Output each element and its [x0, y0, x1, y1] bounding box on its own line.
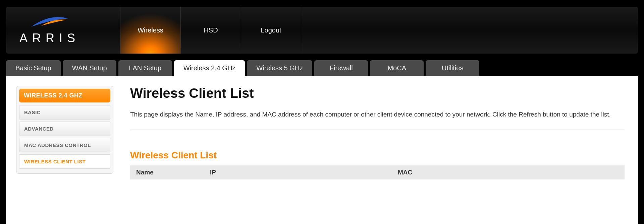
brand-logo: ARRIS	[19, 15, 80, 45]
sidebar-item-wireless-client-list[interactable]: WIRELESS CLIENT LIST	[19, 154, 110, 169]
tab-wan-setup[interactable]: WAN Setup	[63, 60, 116, 76]
sidebar-box: WIRELESS 2.4 GHZ BASIC ADVANCED MAC ADDR…	[16, 86, 113, 174]
main-panel: Wireless Client List This page displays …	[120, 82, 638, 224]
col-mac: MAC	[392, 165, 625, 179]
col-name: Name	[130, 165, 204, 179]
sidebar-item-advanced[interactable]: ADVANCED	[19, 122, 110, 136]
sidebar-item-mac-address-control[interactable]: MAC ADDRESS CONTROL	[19, 138, 110, 152]
sidebar: WIRELESS 2.4 GHZ BASIC ADVANCED MAC ADDR…	[6, 82, 120, 224]
page-title: Wireless Client List	[130, 86, 625, 101]
sidebar-header: WIRELESS 2.4 GHZ	[19, 89, 110, 102]
topnav-hsd[interactable]: HSD	[180, 7, 241, 54]
tab-lan-setup[interactable]: LAN Setup	[118, 60, 172, 76]
section-title: Wireless Client List	[130, 150, 625, 161]
tab-utilities[interactable]: Utilities	[426, 60, 479, 76]
page-description: This page displays the Name, IP address,…	[130, 109, 625, 130]
brand-name: ARRIS	[19, 31, 80, 45]
client-table: Name IP MAC	[130, 165, 625, 179]
content: WIRELESS 2.4 GHZ BASIC ADVANCED MAC ADDR…	[6, 76, 638, 224]
topnav-logout[interactable]: Logout	[241, 7, 301, 54]
topnav-wireless[interactable]: Wireless	[120, 7, 180, 54]
top-nav: Wireless HSD Logout	[120, 7, 301, 54]
table-header-row: Name IP MAC	[130, 165, 625, 179]
sub-tabs: Basic Setup WAN Setup LAN Setup Wireless…	[6, 60, 638, 76]
sidebar-item-basic[interactable]: BASIC	[19, 105, 110, 120]
tab-moca[interactable]: MoCA	[370, 60, 424, 76]
tab-firewall[interactable]: Firewall	[314, 60, 368, 76]
tab-basic-setup[interactable]: Basic Setup	[6, 60, 61, 76]
top-bar: ARRIS Wireless HSD Logout	[6, 7, 638, 54]
tab-wireless-24ghz[interactable]: Wireless 2.4 GHz	[174, 60, 245, 76]
col-ip: IP	[204, 165, 392, 179]
logo-swoosh-icon	[30, 15, 70, 28]
tab-wireless-5ghz[interactable]: Wireless 5 GHz	[247, 60, 312, 76]
